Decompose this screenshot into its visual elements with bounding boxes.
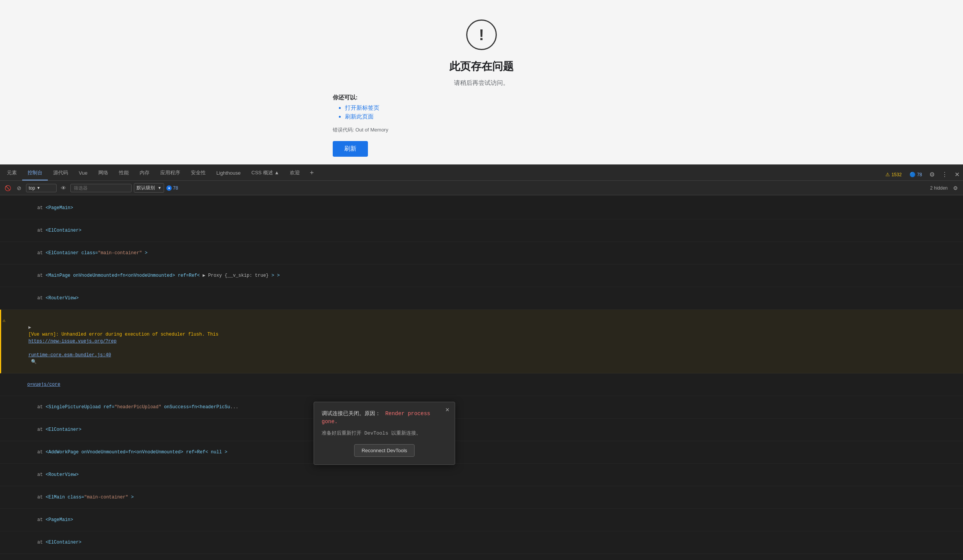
info-badge: 🔵 78 (907, 171, 924, 178)
tab-application[interactable]: 应用程序 (155, 166, 185, 180)
devtools-tabs-right: ⚠ 1532 🔵 78 ⚙ ⋮ ✕ (883, 170, 961, 180)
toolbar-right: 2 hidden ⚙ (930, 183, 960, 193)
overlay-title: 调试连接已关闭。原因： Render process gone. (322, 410, 447, 426)
error-title: 此页存在问题 (449, 59, 514, 74)
tab-network[interactable]: 网络 (93, 166, 114, 180)
tab-console[interactable]: 控制台 (22, 166, 48, 180)
settings-icon[interactable]: ⚙ (927, 170, 937, 179)
filter-input[interactable] (70, 184, 132, 192)
reconnect-button[interactable]: Reconnect DevTools (354, 444, 414, 457)
console-count: ● 78 (166, 185, 178, 191)
error-icon: ! (466, 19, 497, 50)
option-new-tab[interactable]: 打开新标签页 (345, 104, 379, 112)
customize-icon[interactable]: ⋮ (940, 170, 950, 179)
context-selector[interactable]: top ▼ (26, 184, 57, 192)
error-subtitle: 请稍后再尝试访问。 (454, 79, 509, 87)
option-refresh[interactable]: 刷新此页面 (345, 113, 379, 120)
overlay-subtitle: 准备好后重新打开 DevTools 以重新连接。 (322, 430, 447, 437)
settings-console-icon[interactable]: ⚙ (951, 183, 960, 193)
devtools-reconnect-overlay: × 调试连接已关闭。原因： Render process gone. 准备好后重… (314, 402, 455, 465)
filter-icon[interactable]: ⊘ (15, 183, 24, 193)
tab-memory[interactable]: 内存 (134, 166, 155, 180)
console-line: at <SinglePictureUpload ref="headerPicUp… (0, 396, 963, 419)
warning-badge: ⚠ 1532 (883, 171, 904, 178)
console-line: at <AddWorkPage onVnodeUnmounted=fn<onVn… (0, 441, 963, 464)
clear-console-icon[interactable]: 🚫 (3, 183, 12, 193)
tab-welcome[interactable]: 欢迎 (285, 166, 305, 180)
devtools-panel: 元素 控制台 源代码 Vue 网络 性能 内存 应用程序 安全性 Lightho… (0, 164, 963, 560)
tab-css-overview[interactable]: CSS 概述 ▲ (246, 166, 285, 180)
tab-vue[interactable]: Vue (73, 166, 93, 180)
tab-performance[interactable]: 性能 (114, 166, 134, 180)
error-options-list: 打开新标签页 刷新此页面 (339, 104, 379, 122)
console-line: at <PageMain> (0, 197, 963, 219)
console-line-warning: ⚠ ▶ [Vue warn]: Unhandled error during e… (0, 310, 963, 373)
console-line: at <RouterView> (0, 464, 963, 486)
console-toolbar: 🚫 ⊘ top ▼ 👁 默认级别 ▼ ● 78 2 hidden ⚙ (0, 181, 963, 195)
console-line: at <ElContainer class="main-container" > (0, 242, 963, 265)
level-selector[interactable]: 默认级别 ▼ (134, 183, 164, 193)
devtools-tabs-bar: 元素 控制台 源代码 Vue 网络 性能 内存 应用程序 安全性 Lightho… (0, 165, 963, 181)
console-line: at <MainPage onVnodeUnmounted=fn<onVnode… (0, 265, 963, 287)
options-title: 你还可以: (333, 94, 358, 101)
console-line: at <ElContainer class="main-container" > (0, 554, 963, 560)
error-code: 错误代码: Out of Memory (333, 127, 388, 133)
tab-add[interactable]: + (305, 166, 319, 180)
console-line: at <ElContainer> (0, 419, 963, 441)
console-line: at <ElMain class="main-container" > (0, 486, 963, 509)
console-line: at <ElContainer> (0, 531, 963, 554)
eye-icon[interactable]: 👁 (59, 183, 68, 193)
console-line-link: o=vuejs/core (0, 373, 963, 396)
console-output[interactable]: at <PageMain> at <ElContainer> at <ElCon… (0, 195, 963, 560)
tab-lighthouse[interactable]: Lighthouse (211, 166, 246, 180)
console-line: at <RouterView> (0, 287, 963, 310)
browser-error-page: ! 此页存在问题 请稍后再尝试访问。 你还可以: 打开新标签页 刷新此页面 错误… (0, 0, 963, 164)
console-line: at <ElContainer> (0, 219, 963, 242)
tab-elements[interactable]: 元素 (2, 166, 22, 180)
reload-button[interactable]: 刷新 (333, 141, 368, 157)
tab-sources[interactable]: 源代码 (48, 166, 73, 180)
overlay-close-button[interactable]: × (445, 406, 449, 414)
close-devtools-icon[interactable]: ✕ (953, 170, 961, 179)
tab-security[interactable]: 安全性 (185, 166, 211, 180)
console-line: at <PageMain> (0, 509, 963, 531)
